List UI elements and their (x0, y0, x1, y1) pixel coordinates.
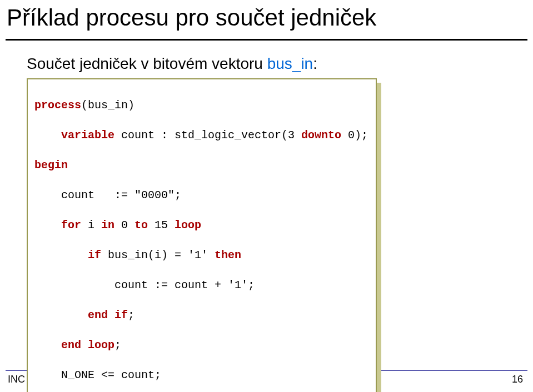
code-kw: downto (301, 129, 341, 142)
code-text: 0 (114, 219, 135, 232)
code-text (34, 249, 88, 262)
code-kw: in (101, 219, 114, 232)
code-kw: if (88, 249, 101, 262)
code-text: (bus_in) (81, 99, 135, 112)
code-text: 0); (341, 129, 368, 142)
subtitle: Součet jedniček v bitovém vektoru bus_in… (0, 41, 533, 73)
subtitle-keyword: bus_in (267, 55, 313, 72)
code-kw: for (61, 219, 81, 232)
code-line: N_ONE <= count; (34, 368, 369, 383)
code-text (34, 219, 61, 232)
footer-page-number: 16 (512, 374, 523, 385)
code-line: end if; (34, 308, 369, 323)
code-line: if bus_in(i) = '1' then (34, 248, 369, 263)
subtitle-text-post: : (313, 55, 317, 72)
code-box: process(bus_in) variable count : std_log… (27, 78, 377, 392)
code-line: process(bus_in) (34, 98, 369, 113)
code-kw: loop (175, 219, 201, 232)
code-text: 15 (148, 219, 175, 232)
code-text: N_ONE <= count; (34, 369, 161, 381)
code-text: i (81, 219, 101, 232)
slide: Příklad procesu pro součet jedniček Souč… (0, 0, 533, 392)
code-kw: end if (88, 309, 128, 321)
code-line: begin (34, 158, 369, 173)
code-box-container: process(bus_in) variable count : std_log… (27, 78, 377, 392)
code-text: ; (128, 309, 135, 321)
code-text: count : std_logic_vector(3 (114, 129, 301, 142)
code-kw: then (215, 249, 241, 262)
code-text: bus_in(i) = '1' (101, 249, 215, 262)
code-kw: end loop (61, 339, 114, 351)
code-text (34, 129, 61, 142)
code-line: count := count + '1'; (34, 278, 369, 293)
code-kw: variable (61, 129, 114, 142)
page-title: Příklad procesu pro součet jedniček (0, 0, 533, 39)
code-kw: process (34, 99, 81, 112)
code-text: count := "0000"; (34, 189, 181, 202)
code-text: count := count + '1'; (34, 279, 255, 292)
subtitle-text-pre: Součet jedniček v bitovém vektoru (27, 55, 267, 72)
code-text (34, 339, 61, 351)
code-line: count := "0000"; (34, 188, 369, 203)
code-line: variable count : std_logic_vector(3 down… (34, 128, 369, 143)
code-text (34, 309, 88, 321)
code-line: for i in 0 to 15 loop (34, 218, 369, 233)
code-text: ; (114, 339, 121, 351)
code-kw: to (135, 219, 148, 232)
code-kw: begin (34, 159, 68, 172)
code-line: end loop; (34, 338, 369, 353)
